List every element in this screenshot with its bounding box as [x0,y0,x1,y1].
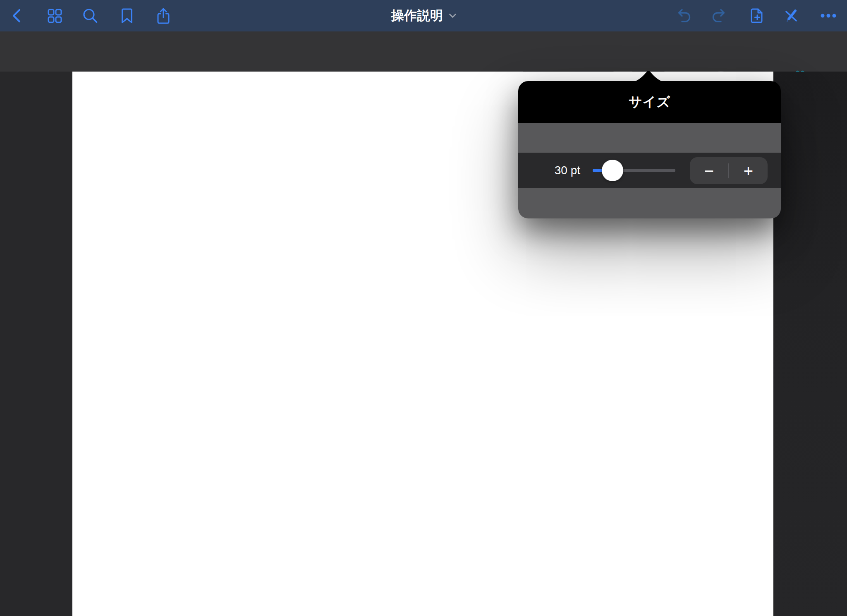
popover-arrow [633,71,664,81]
popover-header: サイズ [518,81,781,123]
back-chevron-icon [8,7,26,25]
search-button[interactable] [81,7,99,25]
share-icon [154,7,172,25]
search-icon [81,7,99,25]
undo-icon [674,7,692,25]
document-title-button[interactable]: 操作説明 [391,7,456,24]
app-window: 操作説明 [0,0,847,616]
popover-title: サイズ [629,93,670,111]
chevron-down-icon [449,14,456,18]
popover-section-bottom [518,188,781,218]
bookmark-icon [118,7,136,25]
crossed-pencil-icon [782,7,800,25]
add-page-icon [747,7,766,25]
size-value-label: 30 pt [539,153,580,188]
thumbnails-button[interactable] [45,7,64,25]
decrease-size-button[interactable]: − [690,157,728,184]
add-page-button[interactable] [747,7,766,25]
share-button[interactable] [154,7,172,25]
back-button[interactable] [8,7,26,25]
bookmark-button[interactable] [118,7,136,25]
disable-editing-button[interactable] [782,7,800,25]
slider-thumb[interactable] [602,160,623,181]
size-popover: サイズ 30 pt − + [518,81,781,218]
redo-icon [711,7,729,25]
page-title: 操作説明 [391,7,443,24]
undo-button[interactable] [674,7,692,25]
ellipsis-icon [819,7,837,25]
increase-size-button[interactable]: + [729,157,768,184]
size-slider-row: 30 pt − + [518,153,781,188]
more-button[interactable] [819,7,837,25]
size-stepper-group: − + [690,157,768,184]
toolbar: T [0,31,847,72]
redo-button[interactable] [711,7,729,25]
page-grid-icon [45,7,64,25]
size-slider[interactable] [593,169,675,172]
popover-section-top [518,123,781,153]
navbar: 操作説明 [0,0,847,31]
